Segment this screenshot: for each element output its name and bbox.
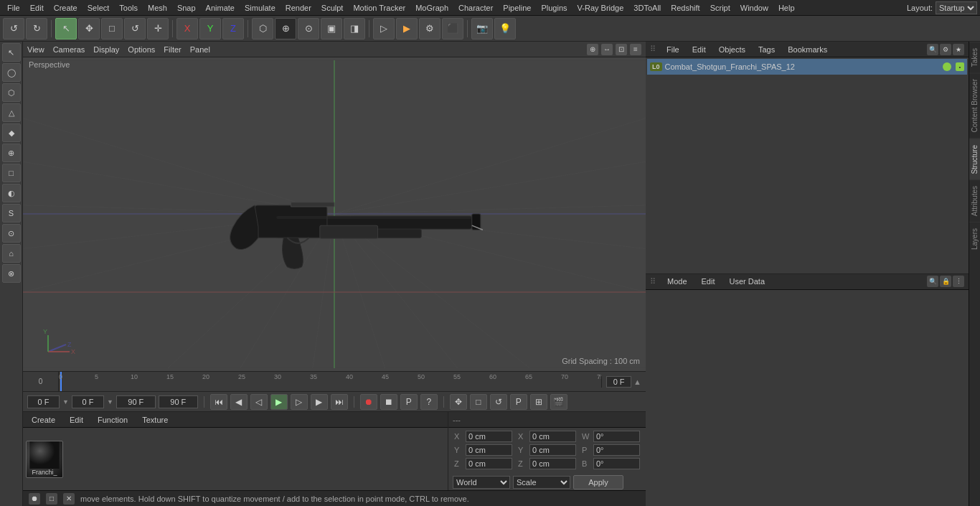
rotate-tool-button[interactable]: ↺ bbox=[124, 18, 146, 39]
apply-button[interactable]: Apply bbox=[573, 475, 623, 489]
menu-redshift[interactable]: Redshift bbox=[666, 2, 704, 14]
menu-file[interactable]: File bbox=[3, 2, 24, 14]
sidebar-btn-1[interactable]: ↖ bbox=[2, 43, 21, 62]
playback-pivot-button[interactable]: □ bbox=[470, 394, 487, 410]
viewport[interactable]: Perspective Grid Spacing : 100 cm Z X Y bbox=[23, 57, 646, 371]
playback-record-stop-button[interactable]: ⏹ bbox=[380, 394, 397, 410]
render-button[interactable]: ▶ bbox=[396, 18, 418, 39]
right-tab-layers[interactable]: Layers bbox=[969, 222, 980, 256]
viewport-menu-cameras[interactable]: Cameras bbox=[53, 45, 85, 54]
obj-menu-edit[interactable]: Edit bbox=[689, 44, 710, 55]
material-menu-texture[interactable]: Texture bbox=[138, 414, 172, 426]
menu-mesh[interactable]: Mesh bbox=[143, 2, 171, 14]
obj-row-shotgun[interactable]: L0 Combat_Shotgun_Franchi_SPAS_12 • bbox=[647, 59, 967, 75]
material-menu-create[interactable]: Create bbox=[27, 414, 60, 426]
camera-button[interactable]: 📷 bbox=[471, 18, 493, 39]
menu-animate[interactable]: Animate bbox=[202, 2, 239, 14]
menu-create[interactable]: Create bbox=[50, 2, 82, 14]
attr-search-icon[interactable]: 🔍 bbox=[927, 276, 938, 287]
playback-last-button[interactable]: ⏭ bbox=[331, 394, 348, 410]
material-menu-edit[interactable]: Edit bbox=[65, 414, 88, 426]
undo-button[interactable]: ↺ bbox=[3, 18, 24, 39]
attr-lock-icon[interactable]: 🔒 bbox=[940, 276, 951, 287]
transform-button[interactable]: ✛ bbox=[147, 18, 169, 39]
obj-menu-bookmarks[interactable]: Bookmarks bbox=[784, 44, 831, 55]
right-tab-takes[interactable]: Takes bbox=[969, 42, 980, 72]
menu-snap[interactable]: Snap bbox=[173, 2, 200, 14]
playback-keyframe-button[interactable]: P bbox=[400, 394, 418, 410]
viewport-menu-panel[interactable]: Panel bbox=[190, 45, 210, 54]
coord-y2-input[interactable] bbox=[529, 444, 576, 456]
viewport-ctrl-maximize[interactable]: ⊡ bbox=[616, 44, 627, 55]
render-preview-button[interactable]: ▷ bbox=[373, 18, 395, 39]
attr-menu-userdata[interactable]: User Data bbox=[725, 276, 770, 287]
menu-mograph[interactable]: MoGraph bbox=[411, 2, 453, 14]
coord-z2-input[interactable] bbox=[529, 458, 576, 469]
timeline-end-frame-input[interactable] bbox=[606, 376, 631, 388]
light-button[interactable]: 💡 bbox=[494, 18, 516, 39]
viewport-ctrl-rotate[interactable]: ↔ bbox=[601, 44, 613, 55]
sidebar-btn-9[interactable]: S bbox=[2, 204, 21, 222]
menu-vray[interactable]: V-Ray Bridge bbox=[573, 2, 628, 14]
polygon-mode-button[interactable]: ⊙ bbox=[298, 18, 319, 39]
attr-options-icon[interactable]: ⋮ bbox=[953, 276, 964, 287]
playback-p-button[interactable]: P bbox=[510, 394, 527, 410]
viewport-ctrl-move[interactable]: ⊕ bbox=[587, 44, 598, 55]
layout-dropdown[interactable]: Startup bbox=[936, 1, 977, 14]
render-viewport-button[interactable]: ⬛ bbox=[442, 18, 463, 39]
coord-p-input[interactable] bbox=[593, 444, 640, 456]
object-mode-button[interactable]: ⬡ bbox=[252, 18, 273, 39]
axis-y-button[interactable]: Y bbox=[199, 18, 221, 39]
uv-mode-button[interactable]: ▣ bbox=[321, 18, 342, 39]
sidebar-btn-12[interactable]: ⊗ bbox=[2, 264, 21, 283]
obj-search-icon[interactable]: 🔍 bbox=[927, 44, 938, 55]
sidebar-btn-2[interactable]: ◯ bbox=[2, 63, 21, 82]
menu-help[interactable]: Help bbox=[774, 2, 799, 14]
coord-y-input[interactable] bbox=[466, 444, 512, 456]
world-dropdown[interactable]: World bbox=[453, 476, 510, 489]
sidebar-btn-3[interactable]: ⬡ bbox=[2, 83, 21, 102]
render-settings-button[interactable]: ⚙ bbox=[419, 18, 440, 39]
scale-dropdown[interactable]: Scale bbox=[513, 476, 570, 489]
coord-x-input[interactable] bbox=[466, 431, 512, 442]
viewport-menu-view[interactable]: View bbox=[27, 45, 44, 54]
viewport-menu-options[interactable]: Options bbox=[128, 45, 155, 54]
right-tab-content-browser[interactable]: Content Browser bbox=[969, 72, 980, 138]
playback-grid-button[interactable]: ⊞ bbox=[530, 394, 547, 410]
playback-end2-input[interactable] bbox=[159, 395, 198, 408]
menu-simulate[interactable]: Simulate bbox=[240, 2, 280, 14]
playback-play-button[interactable]: ▶ bbox=[270, 394, 288, 410]
sidebar-btn-10[interactable]: ⊙ bbox=[2, 224, 21, 243]
playback-snap-button[interactable]: ↺ bbox=[490, 394, 507, 410]
menu-script[interactable]: Script bbox=[706, 2, 735, 14]
attr-menu-edit[interactable]: Edit bbox=[697, 276, 720, 287]
scale-tool-button[interactable]: □ bbox=[101, 18, 123, 39]
playback-first-button[interactable]: ⏮ bbox=[210, 394, 227, 410]
viewport-ctrl-options[interactable]: ≡ bbox=[630, 44, 641, 55]
axis-x-button[interactable]: X bbox=[176, 18, 198, 39]
playback-start-input[interactable] bbox=[27, 395, 60, 408]
playback-next-button[interactable]: ▶ bbox=[311, 394, 328, 410]
attr-menu-mode[interactable]: Mode bbox=[663, 276, 692, 287]
playback-motion-button[interactable]: ✥ bbox=[450, 394, 467, 410]
obj-menu-objects[interactable]: Objects bbox=[715, 44, 749, 55]
move-tool-button[interactable]: ✥ bbox=[78, 18, 100, 39]
select-tool-button[interactable]: ↖ bbox=[55, 18, 77, 39]
playback-prev-button[interactable]: ◀ bbox=[230, 394, 248, 410]
viewport-menu-filter[interactable]: Filter bbox=[164, 45, 181, 54]
obj-bookmark-icon[interactable]: ★ bbox=[953, 44, 964, 55]
playback-step-back-button[interactable]: ◁ bbox=[250, 394, 268, 410]
obj-filter-icon[interactable]: ⚙ bbox=[940, 44, 951, 55]
obj-menu-tags[interactable]: Tags bbox=[755, 44, 778, 55]
sidebar-btn-8[interactable]: ◐ bbox=[2, 184, 21, 202]
sidebar-btn-11[interactable]: ⌂ bbox=[2, 244, 21, 263]
material-menu-function[interactable]: Function bbox=[93, 414, 132, 426]
menu-render[interactable]: Render bbox=[281, 2, 316, 14]
menu-sculpt[interactable]: Sculpt bbox=[317, 2, 348, 14]
obj-menu-file[interactable]: File bbox=[663, 44, 683, 55]
right-tab-attributes[interactable]: Attributes bbox=[969, 179, 980, 222]
coord-b-input[interactable] bbox=[593, 458, 640, 469]
axis-z-button[interactable]: Z bbox=[222, 18, 244, 39]
viewport-menu-display[interactable]: Display bbox=[93, 45, 119, 54]
right-tab-structure[interactable]: Structure bbox=[969, 139, 980, 180]
